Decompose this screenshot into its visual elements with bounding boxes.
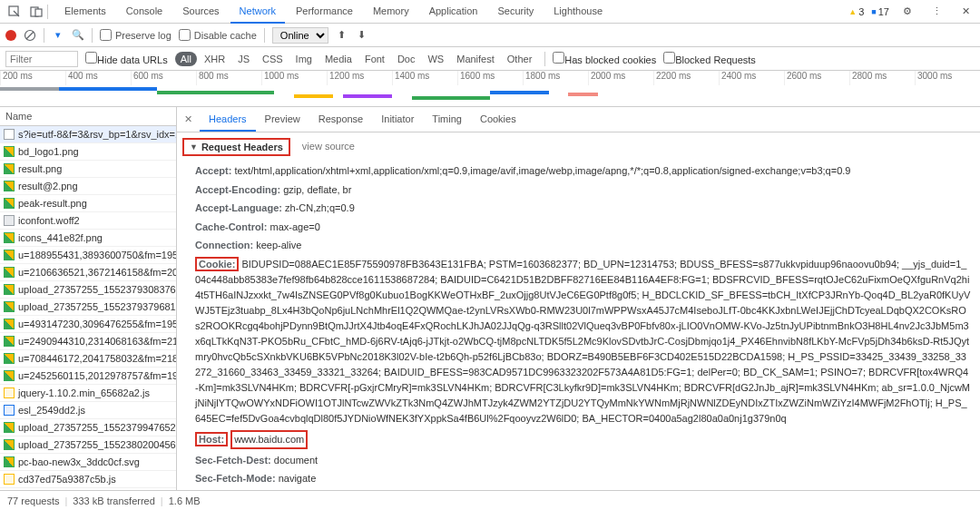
device-toggle-icon[interactable] [29, 5, 44, 19]
request-row[interactable]: u=493147230,3096476255&fm=195&… [0, 316, 176, 333]
request-name: upload_27357255_1552379379681.jpg [18, 301, 176, 312]
header-accept-encoding: gzip, deflate, br [283, 184, 351, 195]
status-bar: 77 requests | 333 kB transferred | 1.6 M… [0, 490, 980, 510]
panel-tab-memory[interactable]: Memory [364, 0, 418, 24]
request-row[interactable]: upload_27357255_1552380200456.png [0, 436, 176, 454]
panel-tab-elements[interactable]: Elements [55, 0, 115, 24]
type-filter-other[interactable]: Other [502, 52, 538, 66]
request-name: result@2.png [18, 181, 78, 191]
details-tab-cookies[interactable]: Cookies [471, 108, 525, 132]
throttling-select[interactable]: Online [272, 27, 328, 44]
panel-tab-network[interactable]: Network [230, 0, 285, 24]
details-tab-timing[interactable]: Timing [423, 108, 471, 132]
request-row[interactable]: result@2.png [0, 178, 176, 195]
request-row[interactable]: upload_27357255_1552379947652.jpg [0, 419, 176, 436]
request-row[interactable]: icons_441e82f.png [0, 230, 176, 247]
request-list[interactable]: Name s?ie=utf-8&f=3&rsv_bp=1&rsv_idx=1…b… [0, 107, 177, 490]
request-row[interactable]: peak-result.png [0, 195, 176, 212]
request-row[interactable]: esl_2549dd2.js [0, 402, 176, 419]
disable-cache-checkbox[interactable]: Disable cache [179, 29, 257, 41]
hide-data-urls-checkbox[interactable]: Hide data URLs [85, 52, 168, 65]
img-file-icon [4, 336, 15, 347]
timeline-overview[interactable]: 200 ms400 ms600 ms800 ms1000 ms1200 ms14… [0, 71, 980, 107]
font-file-icon [4, 215, 15, 226]
header-accept: text/html,application/xhtml+xml,applicat… [234, 165, 850, 176]
img-file-icon [4, 181, 15, 191]
img-file-icon [4, 198, 15, 209]
divider [264, 28, 265, 43]
type-filter-doc[interactable]: Doc [392, 52, 421, 66]
request-name: u=2106636521,3672146158&fm=202&… [18, 267, 176, 278]
request-row[interactable]: jquery-1.10.2.min_65682a2.js [0, 385, 176, 402]
request-row[interactable]: polyfill_9354efa.js [0, 488, 176, 490]
details-tabs: ✕ HeadersPreviewResponseInitiatorTimingC… [177, 107, 980, 132]
upload-icon[interactable]: ⬆ [336, 29, 348, 42]
details-tab-response[interactable]: Response [309, 108, 373, 132]
request-row[interactable]: u=2490944310,2314068163&fm=218&… [0, 333, 176, 350]
messages-badge[interactable]: 17 [871, 6, 889, 17]
request-row[interactable]: u=2452560115,2012978757&fm=195&… [0, 368, 176, 385]
view-source-link[interactable]: view source [302, 141, 355, 152]
request-row[interactable]: s?ie=utf-8&f=3&rsv_bp=1&rsv_idx=1… [0, 126, 176, 143]
panel-tab-application[interactable]: Application [420, 0, 487, 24]
preserve-log-checkbox[interactable]: Preserve log [100, 29, 172, 41]
type-filter-manifest[interactable]: Manifest [451, 52, 500, 66]
type-filter-ws[interactable]: WS [422, 52, 449, 66]
timeline-tick: 1400 ms [392, 71, 457, 85]
header-cookie-key: Cookie: [195, 257, 239, 271]
request-row[interactable]: iconfont.woff2 [0, 212, 176, 230]
close-details-icon[interactable]: ✕ [177, 113, 200, 125]
panel-tab-sources[interactable]: Sources [173, 0, 228, 24]
timeline-tick: 800 ms [196, 71, 261, 85]
type-filter-js[interactable]: JS [232, 52, 255, 66]
more-menu-icon[interactable]: ⋮ [929, 5, 944, 19]
inspect-icon[interactable] [7, 5, 22, 19]
clear-icon[interactable] [24, 29, 36, 42]
has-blocked-cookies-checkbox[interactable]: Has blocked cookies [553, 52, 656, 65]
request-name: u=708446172,2041758032&fm=218&… [18, 353, 176, 364]
request-row[interactable]: u=708446172,2041758032&fm=218&… [0, 350, 176, 368]
filter-input[interactable] [5, 51, 78, 67]
type-filter-font[interactable]: Font [359, 52, 390, 66]
timeline-tick: 2400 ms [719, 71, 784, 85]
details-tab-headers[interactable]: Headers [200, 108, 256, 132]
warnings-badge[interactable]: 3 [848, 6, 864, 17]
panel-tab-security[interactable]: Security [488, 0, 543, 24]
column-header-name[interactable]: Name [0, 107, 176, 126]
request-row[interactable]: u=188955431,3893600750&fm=195&… [0, 247, 176, 264]
request-row[interactable]: u=2106636521,3672146158&fm=202&… [0, 264, 176, 281]
type-filter-img[interactable]: Img [290, 52, 318, 66]
request-row[interactable]: pc-bao-new3x_3ddc0cf.svg [0, 454, 176, 471]
request-row[interactable]: upload_27357255_1552379308376.jpg [0, 281, 176, 299]
request-row[interactable]: result.png [0, 161, 176, 178]
blocked-requests-checkbox[interactable]: Blocked Requests [663, 52, 756, 65]
divider [44, 28, 44, 43]
request-row[interactable]: upload_27357255_1552379379681.jpg [0, 299, 176, 316]
search-icon[interactable]: 🔍 [72, 29, 84, 42]
filter-funnel-icon[interactable]: ▾ [52, 29, 64, 42]
type-filter-css[interactable]: CSS [257, 52, 289, 66]
header-sec-fetch-dest: document [274, 455, 318, 466]
panel-tab-lighthouse[interactable]: Lighthouse [544, 0, 612, 24]
type-filter-media[interactable]: Media [319, 52, 358, 66]
details-tab-initiator[interactable]: Initiator [372, 108, 423, 132]
panel-tab-performance[interactable]: Performance [287, 0, 362, 24]
request-name: bd_logo1.png [18, 146, 79, 157]
panel-tab-console[interactable]: Console [117, 0, 172, 24]
close-panel-icon[interactable]: ✕ [958, 5, 973, 19]
request-headers-section[interactable]: Request Headers [182, 138, 290, 156]
type-filter-xhr[interactable]: XHR [199, 52, 230, 66]
script-file-icon [4, 387, 15, 398]
settings-gear-icon[interactable]: ⚙ [900, 5, 915, 19]
download-icon[interactable]: ⬇ [356, 29, 368, 42]
type-filter-all[interactable]: All [175, 52, 197, 66]
request-row[interactable]: bd_logo1.png [0, 143, 176, 161]
record-button[interactable] [5, 30, 16, 41]
request-row[interactable]: cd37ed75a9387c5b.js [0, 471, 176, 488]
details-tab-preview[interactable]: Preview [256, 108, 309, 132]
status-resources: 1.6 MB [169, 495, 201, 506]
img-file-icon [4, 456, 15, 467]
request-name: u=2490944310,2314068163&fm=218&… [18, 336, 176, 347]
request-name: iconfont.woff2 [18, 215, 80, 226]
request-name: u=188955431,3893600750&fm=195&… [18, 250, 176, 260]
